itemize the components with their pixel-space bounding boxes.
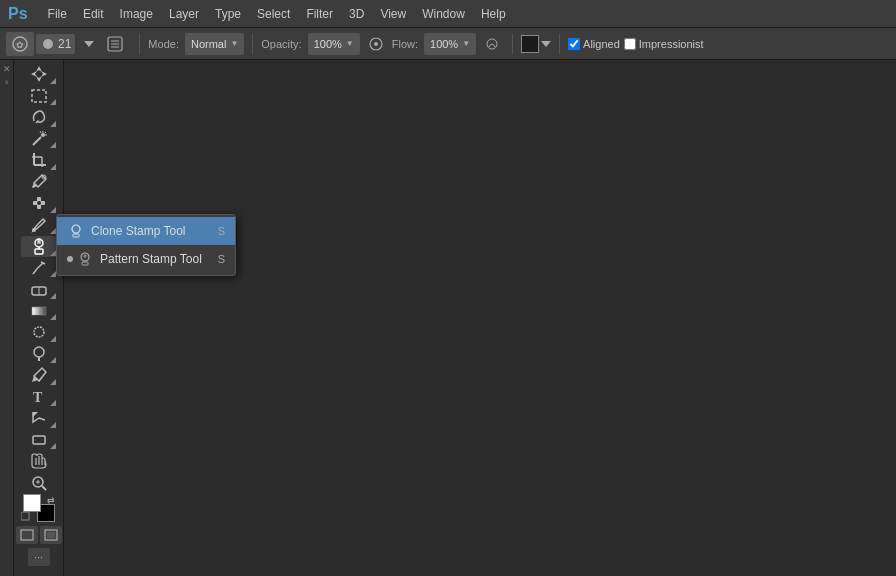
flow-arrow: ▼ <box>462 39 470 48</box>
menu-item-file[interactable]: File <box>40 4 75 24</box>
tool-healing[interactable] <box>21 193 57 214</box>
aligned-checkbox[interactable] <box>568 38 580 50</box>
tool-pen[interactable] <box>21 365 57 386</box>
subtool-indicator <box>50 78 56 84</box>
clone-stamp-menu-label: Clone Stamp Tool <box>91 224 186 238</box>
default-colors-icon[interactable] <box>21 512 31 522</box>
more-tools-icon[interactable]: ··· <box>28 548 50 566</box>
svg-point-20 <box>41 133 45 137</box>
standard-mode-icon[interactable] <box>16 526 38 544</box>
svg-point-39 <box>34 327 44 337</box>
impressionist-checkbox[interactable] <box>624 38 636 50</box>
close-panel-icon[interactable]: ✕ <box>3 64 11 74</box>
subtool-indicator <box>50 336 56 342</box>
svg-point-28 <box>37 201 41 205</box>
color-swatches[interactable]: ⇄ <box>21 494 57 522</box>
subtool-indicator <box>50 207 56 213</box>
svg-rect-53 <box>47 532 55 538</box>
ps-logo: Ps <box>4 5 32 23</box>
tool-dodge[interactable] <box>21 344 57 365</box>
svg-rect-55 <box>73 234 79 237</box>
flow-dropdown[interactable]: 100% ▼ <box>424 33 476 55</box>
canvas-area <box>64 60 896 576</box>
menu-item-window[interactable]: Window <box>414 4 473 24</box>
tool-path-select[interactable] <box>21 408 57 429</box>
svg-rect-50 <box>21 512 29 520</box>
subtool-indicator <box>50 164 56 170</box>
tool-move[interactable] <box>21 64 57 85</box>
brush-preset-arrow[interactable] <box>77 32 101 56</box>
tool-zoom[interactable] <box>21 473 57 494</box>
menu-item-image[interactable]: Image <box>112 4 161 24</box>
menu-item-help[interactable]: Help <box>473 4 514 24</box>
context-menu-item-pattern-stamp[interactable]: Pattern Stamp Tool S <box>57 245 235 273</box>
color-swatch-options[interactable] <box>521 35 551 53</box>
subtool-indicator <box>50 443 56 449</box>
tool-blur[interactable] <box>21 322 57 343</box>
subtool-indicator <box>50 271 56 277</box>
mode-dropdown[interactable]: Normal ▼ <box>185 33 244 55</box>
menu-item-select[interactable]: Select <box>249 4 298 24</box>
svg-rect-58 <box>82 262 88 265</box>
options-bar: ✿ 21 Mode: Normal ▼ Opacity: 100% ▼ <box>0 28 896 60</box>
svg-point-40 <box>34 347 44 357</box>
impressionist-checkbox-label[interactable]: Impressionist <box>624 38 704 50</box>
tool-crop[interactable] <box>21 150 57 171</box>
subtool-indicator <box>50 121 56 127</box>
menu-item-type[interactable]: Type <box>207 4 249 24</box>
brush-settings-icon[interactable] <box>103 32 127 56</box>
tool-preset: ✿ 21 <box>6 32 127 56</box>
menu-item-edit[interactable]: Edit <box>75 4 112 24</box>
tool-hand[interactable] <box>21 451 57 472</box>
fullscreen-mode-icon[interactable] <box>40 526 62 544</box>
tool-clone-stamp[interactable] <box>21 236 57 257</box>
svg-marker-13 <box>31 71 47 77</box>
subtool-indicator <box>50 400 56 406</box>
svg-marker-11 <box>541 41 551 47</box>
tablet-pressure-icon[interactable] <box>480 32 504 56</box>
foreground-color-swatch[interactable] <box>23 494 41 512</box>
three-dots-icon: ··· <box>34 551 43 563</box>
pattern-stamp-menu-icon <box>76 250 94 268</box>
svg-point-29 <box>32 228 36 232</box>
svg-point-2 <box>43 39 53 49</box>
tool-shapes[interactable] <box>21 430 57 451</box>
tool-history-brush[interactable] <box>21 258 57 279</box>
svg-marker-12 <box>36 66 42 82</box>
tool-brush[interactable] <box>21 215 57 236</box>
svg-text:✿: ✿ <box>16 40 24 50</box>
flow-label: Flow: <box>392 38 418 50</box>
pattern-stamp-dot <box>67 256 73 262</box>
tool-eraser[interactable] <box>21 279 57 300</box>
collapse-icon[interactable]: « <box>2 80 11 84</box>
separator-4 <box>559 34 560 54</box>
mode-dropdown-arrow: ▼ <box>230 39 238 48</box>
subtool-indicator <box>50 379 56 385</box>
airbrush-icon[interactable] <box>364 32 388 56</box>
swap-colors-icon[interactable]: ⇄ <box>47 494 57 504</box>
opacity-dropdown[interactable]: 100% ▼ <box>308 33 360 55</box>
tool-lasso[interactable] <box>21 107 57 128</box>
tool-marquee[interactable] <box>21 86 57 107</box>
menu-item-view[interactable]: View <box>372 4 414 24</box>
menu-item-3d[interactable]: 3D <box>341 4 372 24</box>
menu-item-layer[interactable]: Layer <box>161 4 207 24</box>
svg-rect-38 <box>32 307 46 315</box>
tool-eyedropper[interactable] <box>21 172 57 193</box>
menu-bar: Ps File Edit Image Layer Type Select Fil… <box>0 0 896 28</box>
context-menu-item-clone-stamp[interactable]: Clone Stamp Tool S <box>57 217 235 245</box>
tool-type[interactable]: T <box>21 387 57 408</box>
clone-stamp-context-menu: Clone Stamp Tool S <box>56 214 236 276</box>
toolbar-bottom: ⇄ <box>14 494 63 572</box>
pattern-stamp-menu-label: Pattern Stamp Tool <box>100 252 202 266</box>
tool-magic-wand[interactable] <box>21 129 57 150</box>
tool-preset-icon[interactable]: ✿ <box>6 32 34 56</box>
separator-1 <box>139 34 140 54</box>
svg-line-46 <box>42 486 46 490</box>
aligned-checkbox-label[interactable]: Aligned <box>568 38 620 50</box>
tool-gradient[interactable] <box>21 301 57 322</box>
menu-item-filter[interactable]: Filter <box>298 4 341 24</box>
brush-size-value: 21 <box>58 37 71 51</box>
brush-size-display: 21 <box>36 34 75 54</box>
collapse-bar[interactable]: ✕ « <box>0 60 14 576</box>
